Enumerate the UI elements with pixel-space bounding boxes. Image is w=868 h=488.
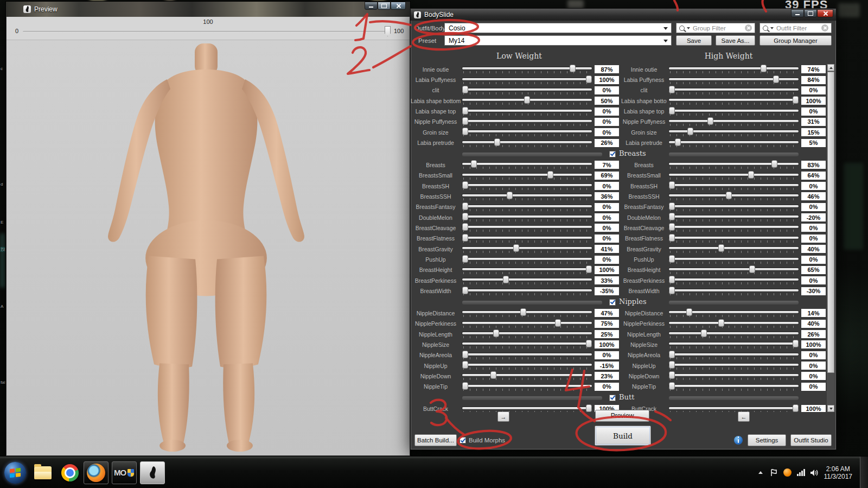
slider-handle[interactable] [669, 351, 675, 358]
high-weight-slider[interactable] [669, 339, 799, 350]
low-weight-slider[interactable] [462, 75, 592, 85]
close-button[interactable] [817, 9, 833, 17]
high-weight-slider[interactable] [669, 127, 799, 137]
high-weight-slider[interactable] [669, 191, 799, 201]
high-weight-slider[interactable] [669, 275, 799, 286]
high-weight-value-input[interactable]: 0% [801, 256, 826, 264]
slider-handle[interactable] [462, 86, 468, 93]
high-weight-value-input[interactable]: 31% [801, 118, 826, 126]
low-weight-value-input[interactable]: 0% [595, 213, 619, 221]
desktop-icon-label[interactable]: 7z [1, 247, 5, 252]
high-weight-value-input[interactable]: 14% [801, 309, 826, 317]
high-weight-value-input[interactable]: 64% [801, 172, 826, 180]
slider-handle[interactable] [493, 329, 499, 337]
high-weight-slider[interactable] [669, 233, 799, 244]
close-button[interactable] [391, 2, 406, 10]
low-weight-slider[interactable] [462, 212, 592, 223]
slider-track[interactable] [462, 205, 592, 207]
checkbox-checked-icon[interactable] [459, 437, 466, 443]
slider-handle[interactable] [555, 319, 561, 327]
antivirus-tray-icon[interactable] [783, 468, 792, 477]
high-weight-slider[interactable] [669, 350, 799, 360]
low-weight-value-input[interactable]: 0% [595, 235, 619, 243]
slider-handle[interactable] [687, 128, 693, 135]
low-weight-slider[interactable] [462, 233, 592, 244]
low-weight-value-input[interactable]: 36% [595, 192, 619, 200]
weight-slider-track[interactable] [23, 31, 391, 33]
slider-track[interactable] [669, 353, 799, 356]
slider-handle[interactable] [462, 361, 468, 369]
high-weight-value-input[interactable]: 5% [801, 139, 826, 147]
desktop-icon-label[interactable]: fal [1, 380, 5, 385]
slider-track[interactable] [462, 174, 592, 176]
slider-handle[interactable] [669, 234, 675, 242]
high-weight-value-input[interactable]: 83% [801, 161, 826, 169]
build-button[interactable]: Build [595, 426, 651, 446]
low-weight-value-input[interactable]: 100% [595, 76, 619, 84]
slider-track[interactable] [462, 194, 592, 197]
high-weight-value-input[interactable]: 0% [801, 203, 826, 211]
slider-handle[interactable] [748, 171, 754, 179]
copy-to-low-button[interactable]: ← [738, 411, 750, 422]
slider-track[interactable] [462, 343, 592, 345]
action-center-flag-icon[interactable] [770, 468, 778, 477]
low-weight-slider[interactable] [462, 117, 592, 127]
slider-handle[interactable] [462, 351, 468, 358]
slider-handle[interactable] [707, 117, 713, 125]
desktop-icon-label[interactable]: E [1, 220, 3, 225]
slider-handle[interactable] [718, 319, 724, 327]
slider-track[interactable] [462, 226, 592, 228]
low-weight-slider[interactable] [462, 275, 592, 286]
show-desktop-button[interactable] [860, 457, 868, 488]
slider-handle[interactable] [669, 181, 675, 189]
slider-handle[interactable] [669, 86, 675, 93]
low-weight-slider[interactable] [462, 202, 592, 212]
slider-track[interactable] [462, 385, 592, 387]
low-weight-slider[interactable] [462, 160, 592, 170]
slider-handle[interactable] [749, 265, 755, 273]
slider-track[interactable] [462, 141, 592, 143]
slider-track[interactable] [462, 268, 592, 270]
slider-track[interactable] [462, 78, 592, 80]
high-weight-slider[interactable] [669, 96, 799, 106]
slider-track[interactable] [669, 268, 799, 270]
high-weight-value-input[interactable]: 15% [801, 128, 826, 136]
taskbar-item-firefox[interactable] [84, 461, 108, 484]
slider-handle[interactable] [547, 171, 553, 179]
slider-track[interactable] [669, 78, 799, 80]
low-weight-slider[interactable] [462, 339, 592, 350]
low-weight-slider[interactable] [462, 191, 592, 201]
slider-handle[interactable] [773, 75, 779, 83]
slider-handle[interactable] [726, 192, 732, 199]
slider-handle[interactable] [503, 276, 509, 283]
slider-track[interactable] [669, 278, 799, 281]
low-weight-slider[interactable] [462, 319, 592, 329]
minimize-button[interactable] [365, 2, 378, 10]
slider-track[interactable] [669, 289, 799, 291]
high-weight-value-input[interactable]: -20% [801, 213, 826, 221]
low-weight-value-input[interactable]: 69% [595, 172, 619, 180]
maximize-button[interactable] [804, 9, 817, 17]
slider-handle[interactable] [471, 160, 477, 168]
slider-track[interactable] [669, 184, 799, 186]
network-tray-icon[interactable] [797, 468, 806, 477]
low-weight-value-input[interactable]: -35% [595, 287, 619, 295]
high-weight-value-input[interactable]: 84% [801, 76, 826, 84]
low-weight-value-input[interactable]: 47% [595, 309, 619, 317]
slider-track[interactable] [462, 110, 592, 112]
save-button[interactable]: Save [676, 35, 712, 46]
slider-handle[interactable] [669, 223, 675, 231]
slider-track[interactable] [462, 407, 592, 409]
slider-handle[interactable] [669, 202, 675, 210]
slider-track[interactable] [669, 332, 799, 334]
high-weight-value-input[interactable]: 0% [801, 86, 826, 94]
low-weight-slider[interactable] [462, 127, 592, 137]
slider-handle[interactable] [675, 138, 681, 146]
slider-handle[interactable] [669, 382, 675, 390]
category-checkbox[interactable] [609, 395, 616, 401]
low-weight-value-input[interactable]: 23% [595, 372, 619, 380]
preview-button[interactable]: Preview [595, 410, 649, 422]
scroll-up-button[interactable] [827, 64, 834, 71]
high-weight-value-input[interactable]: 100% [801, 405, 826, 412]
slider-track[interactable] [669, 216, 799, 218]
